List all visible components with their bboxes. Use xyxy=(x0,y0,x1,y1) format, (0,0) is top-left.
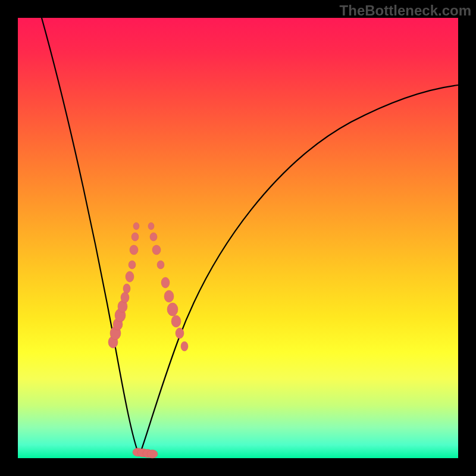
marker-icon xyxy=(181,342,188,351)
marker-icon xyxy=(157,261,164,269)
marker-icon xyxy=(129,261,136,269)
curve-left-branch xyxy=(42,18,139,456)
marker-icon xyxy=(164,290,174,302)
marker-icon xyxy=(167,303,178,316)
marker-icon xyxy=(133,223,139,230)
curve-right-branch xyxy=(139,85,458,456)
curve-markers xyxy=(108,223,188,458)
marker-icon xyxy=(131,233,139,241)
marker-icon xyxy=(126,271,134,282)
marker-icon xyxy=(123,284,130,293)
marker-icon xyxy=(148,223,154,230)
marker-icon xyxy=(147,450,158,458)
marker-icon xyxy=(171,315,181,327)
marker-icon xyxy=(152,245,161,255)
chart-frame: TheBottleneck.com xyxy=(0,0,476,476)
watermark-text: TheBottleneck.com xyxy=(340,2,471,19)
marker-icon xyxy=(150,233,157,241)
marker-icon xyxy=(161,277,170,288)
marker-icon xyxy=(121,292,129,303)
marker-icon xyxy=(130,245,138,255)
marker-icon xyxy=(176,328,184,339)
bottleneck-curve xyxy=(18,18,458,458)
